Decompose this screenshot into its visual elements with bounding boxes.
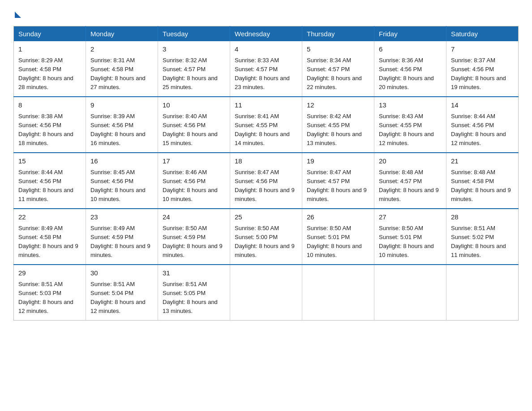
day-number: 4 — [235, 44, 297, 55]
calendar-day-cell: 26Sunrise: 8:50 AMSunset: 5:01 PMDayligh… — [302, 209, 374, 265]
day-info: Sunrise: 8:47 AMSunset: 4:57 PMDaylight:… — [307, 169, 367, 202]
calendar-day-cell: 20Sunrise: 8:48 AMSunset: 4:57 PMDayligh… — [374, 153, 446, 209]
day-info: Sunrise: 8:34 AMSunset: 4:57 PMDaylight:… — [307, 57, 362, 90]
logo — [13, 9, 21, 18]
day-number: 14 — [451, 100, 514, 111]
calendar-day-cell: 14Sunrise: 8:44 AMSunset: 4:56 PMDayligh… — [446, 97, 519, 153]
day-number: 12 — [307, 100, 369, 111]
calendar-header-thursday: Thursday — [302, 26, 374, 42]
calendar-day-cell: 25Sunrise: 8:50 AMSunset: 5:00 PMDayligh… — [230, 209, 302, 265]
calendar-day-cell: 16Sunrise: 8:45 AMSunset: 4:56 PMDayligh… — [86, 153, 158, 209]
day-info: Sunrise: 8:51 AMSunset: 5:03 PMDaylight:… — [18, 281, 73, 314]
calendar-day-cell: 9Sunrise: 8:39 AMSunset: 4:56 PMDaylight… — [86, 97, 158, 153]
day-info: Sunrise: 8:48 AMSunset: 4:57 PMDaylight:… — [379, 169, 439, 202]
calendar-day-cell — [446, 265, 519, 321]
day-number: 5 — [307, 44, 369, 55]
day-info: Sunrise: 8:39 AMSunset: 4:56 PMDaylight:… — [90, 113, 146, 146]
day-number: 19 — [307, 156, 369, 167]
day-info: Sunrise: 8:51 AMSunset: 5:02 PMDaylight:… — [451, 225, 506, 258]
calendar-table: SundayMondayTuesdayWednesdayThursdayFrid… — [13, 26, 519, 321]
calendar-day-cell: 30Sunrise: 8:51 AMSunset: 5:04 PMDayligh… — [86, 265, 158, 321]
calendar-day-cell: 31Sunrise: 8:51 AMSunset: 5:05 PMDayligh… — [158, 265, 230, 321]
calendar-day-cell — [230, 265, 302, 321]
calendar-day-cell: 5Sunrise: 8:34 AMSunset: 4:57 PMDaylight… — [302, 41, 374, 97]
day-number: 29 — [18, 268, 81, 278]
day-info: Sunrise: 8:50 AMSunset: 4:59 PMDaylight:… — [163, 225, 223, 258]
day-info: Sunrise: 8:46 AMSunset: 4:56 PMDaylight:… — [163, 169, 218, 202]
calendar-day-cell: 24Sunrise: 8:50 AMSunset: 4:59 PMDayligh… — [158, 209, 230, 265]
day-number: 17 — [163, 156, 225, 167]
day-number: 10 — [163, 100, 225, 111]
day-info: Sunrise: 8:49 AMSunset: 4:58 PMDaylight:… — [18, 225, 78, 258]
calendar-day-cell — [374, 265, 446, 321]
calendar-week-row: 15Sunrise: 8:44 AMSunset: 4:56 PMDayligh… — [14, 153, 519, 209]
day-info: Sunrise: 8:36 AMSunset: 4:56 PMDaylight:… — [379, 57, 434, 90]
day-number: 22 — [18, 212, 81, 223]
calendar-day-cell: 2Sunrise: 8:31 AMSunset: 4:58 PMDaylight… — [86, 41, 158, 97]
day-number: 9 — [90, 100, 153, 111]
calendar-week-row: 29Sunrise: 8:51 AMSunset: 5:03 PMDayligh… — [14, 265, 519, 321]
day-info: Sunrise: 8:49 AMSunset: 4:59 PMDaylight:… — [90, 225, 150, 258]
calendar-header-wednesday: Wednesday — [230, 26, 302, 42]
day-info: Sunrise: 8:29 AMSunset: 4:58 PMDaylight:… — [18, 57, 73, 90]
page-header — [13, 9, 519, 18]
calendar-header-saturday: Saturday — [446, 26, 519, 42]
calendar-day-cell: 19Sunrise: 8:47 AMSunset: 4:57 PMDayligh… — [302, 153, 374, 209]
day-info: Sunrise: 8:40 AMSunset: 4:56 PMDaylight:… — [163, 113, 218, 146]
calendar-day-cell: 4Sunrise: 8:33 AMSunset: 4:57 PMDaylight… — [230, 41, 302, 97]
day-info: Sunrise: 8:50 AMSunset: 5:00 PMDaylight:… — [235, 225, 295, 258]
calendar-day-cell: 10Sunrise: 8:40 AMSunset: 4:56 PMDayligh… — [158, 97, 230, 153]
day-number: 26 — [307, 212, 369, 223]
day-info: Sunrise: 8:50 AMSunset: 5:01 PMDaylight:… — [379, 225, 434, 258]
calendar-day-cell: 17Sunrise: 8:46 AMSunset: 4:56 PMDayligh… — [158, 153, 230, 209]
logo-arrow-icon — [15, 12, 21, 18]
calendar-day-cell: 8Sunrise: 8:38 AMSunset: 4:56 PMDaylight… — [14, 97, 86, 153]
day-number: 30 — [90, 268, 153, 278]
calendar-week-row: 22Sunrise: 8:49 AMSunset: 4:58 PMDayligh… — [14, 209, 519, 265]
day-info: Sunrise: 8:44 AMSunset: 4:56 PMDaylight:… — [18, 169, 73, 202]
day-info: Sunrise: 8:51 AMSunset: 5:05 PMDaylight:… — [163, 281, 218, 314]
day-number: 24 — [163, 212, 225, 223]
day-number: 16 — [90, 156, 153, 167]
calendar-day-cell: 15Sunrise: 8:44 AMSunset: 4:56 PMDayligh… — [14, 153, 86, 209]
day-number: 11 — [235, 100, 297, 111]
calendar-day-cell: 13Sunrise: 8:43 AMSunset: 4:55 PMDayligh… — [374, 97, 446, 153]
day-info: Sunrise: 8:42 AMSunset: 4:55 PMDaylight:… — [307, 113, 362, 146]
day-info: Sunrise: 8:50 AMSunset: 5:01 PMDaylight:… — [307, 225, 362, 258]
day-number: 1 — [18, 44, 81, 55]
calendar-header-monday: Monday — [86, 26, 158, 42]
calendar-header-sunday: Sunday — [14, 26, 86, 42]
calendar-day-cell: 11Sunrise: 8:41 AMSunset: 4:55 PMDayligh… — [230, 97, 302, 153]
day-info: Sunrise: 8:51 AMSunset: 5:04 PMDaylight:… — [90, 281, 146, 314]
day-number: 27 — [379, 212, 442, 223]
day-info: Sunrise: 8:32 AMSunset: 4:57 PMDaylight:… — [163, 57, 218, 90]
calendar-day-cell — [302, 265, 374, 321]
calendar-day-cell: 6Sunrise: 8:36 AMSunset: 4:56 PMDaylight… — [374, 41, 446, 97]
calendar-day-cell: 27Sunrise: 8:50 AMSunset: 5:01 PMDayligh… — [374, 209, 446, 265]
calendar-week-row: 8Sunrise: 8:38 AMSunset: 4:56 PMDaylight… — [14, 97, 519, 153]
day-number: 2 — [90, 44, 153, 55]
calendar-day-cell: 1Sunrise: 8:29 AMSunset: 4:58 PMDaylight… — [14, 41, 86, 97]
day-number: 3 — [163, 44, 225, 55]
day-info: Sunrise: 8:48 AMSunset: 4:58 PMDaylight:… — [451, 169, 511, 202]
day-number: 28 — [451, 212, 514, 223]
day-info: Sunrise: 8:37 AMSunset: 4:56 PMDaylight:… — [451, 57, 506, 90]
calendar-day-cell: 12Sunrise: 8:42 AMSunset: 4:55 PMDayligh… — [302, 97, 374, 153]
calendar-header-row: SundayMondayTuesdayWednesdayThursdayFrid… — [14, 26, 519, 42]
day-info: Sunrise: 8:41 AMSunset: 4:55 PMDaylight:… — [235, 113, 290, 146]
day-number: 20 — [379, 156, 442, 167]
day-info: Sunrise: 8:47 AMSunset: 4:56 PMDaylight:… — [235, 169, 295, 202]
calendar-day-cell: 22Sunrise: 8:49 AMSunset: 4:58 PMDayligh… — [14, 209, 86, 265]
day-number: 21 — [451, 156, 514, 167]
day-info: Sunrise: 8:43 AMSunset: 4:55 PMDaylight:… — [379, 113, 434, 146]
day-number: 15 — [18, 156, 81, 167]
calendar-header-friday: Friday — [374, 26, 446, 42]
day-number: 23 — [90, 212, 153, 223]
day-info: Sunrise: 8:33 AMSunset: 4:57 PMDaylight:… — [235, 57, 290, 90]
day-info: Sunrise: 8:45 AMSunset: 4:56 PMDaylight:… — [90, 169, 146, 202]
calendar-day-cell: 18Sunrise: 8:47 AMSunset: 4:56 PMDayligh… — [230, 153, 302, 209]
calendar-header-tuesday: Tuesday — [158, 26, 230, 42]
day-number: 18 — [235, 156, 297, 167]
day-info: Sunrise: 8:44 AMSunset: 4:56 PMDaylight:… — [451, 113, 506, 146]
calendar-day-cell: 3Sunrise: 8:32 AMSunset: 4:57 PMDaylight… — [158, 41, 230, 97]
